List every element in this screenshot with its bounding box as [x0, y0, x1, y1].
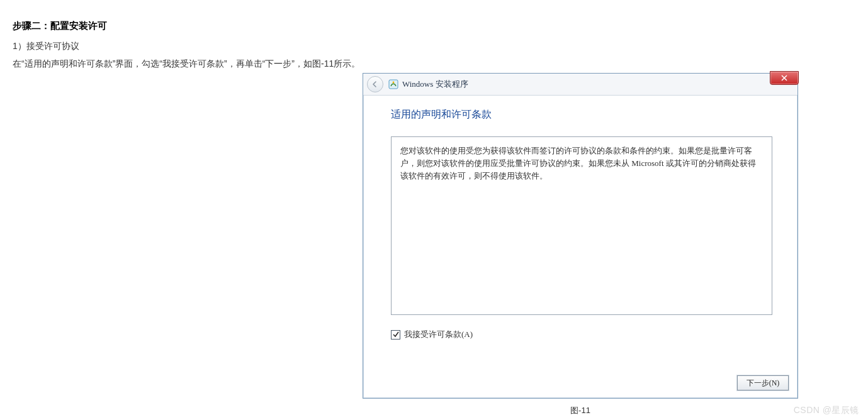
- dialog-titlebar: Windows 安装程序: [363, 74, 798, 96]
- document-body: 步骤二：配置安装许可 1）接受许可协议 在“适用的声明和许可条款”界面，勾选“我…: [0, 0, 868, 70]
- next-button[interactable]: 下一步(N): [737, 375, 789, 390]
- close-button[interactable]: [770, 71, 799, 85]
- dialog-title: Windows 安装程序: [402, 79, 468, 90]
- arrow-left-icon: [371, 80, 379, 88]
- license-text: 您对该软件的使用受您为获得该软件而签订的许可协议的条款和条件的约束。如果您是批量…: [400, 146, 756, 180]
- svg-rect-0: [389, 80, 398, 89]
- watermark-text: CSDN @星辰镜: [794, 405, 859, 416]
- substep-label: 1）接受许可协议: [13, 41, 855, 52]
- accept-license-label: 我接受许可条款(A): [404, 329, 473, 340]
- windows-setup-dialog: Windows 安装程序 适用的声明和许可条款 您对该软件的使用受您为获得该软件…: [363, 73, 798, 399]
- figure-dialog-wrap: Windows 安装程序 适用的声明和许可条款 您对该软件的使用受您为获得该软件…: [363, 73, 798, 416]
- instruction-text: 在“适用的声明和许可条款”界面，勾选“我接受许可条款”，再单击“下一步”，如图-…: [13, 58, 855, 70]
- windows-setup-icon: [388, 79, 398, 89]
- svg-point-1: [393, 82, 395, 84]
- next-button-label: 下一步(N): [747, 378, 780, 389]
- checkbox-icon: [391, 330, 400, 340]
- step-title: 步骤二：配置安装许可: [13, 20, 855, 32]
- close-icon: [781, 75, 787, 81]
- figure-caption: 图-11: [363, 405, 798, 416]
- back-button[interactable]: [367, 76, 383, 92]
- accept-license-checkbox[interactable]: 我接受许可条款(A): [391, 329, 772, 340]
- dialog-content: 适用的声明和许可条款 您对该软件的使用受您为获得该软件而签订的许可协议的条款和条…: [363, 96, 798, 340]
- license-text-box: 您对该软件的使用受您为获得该软件而签订的许可协议的条款和条件的约束。如果您是批量…: [391, 136, 772, 315]
- dialog-heading: 适用的声明和许可条款: [391, 108, 772, 121]
